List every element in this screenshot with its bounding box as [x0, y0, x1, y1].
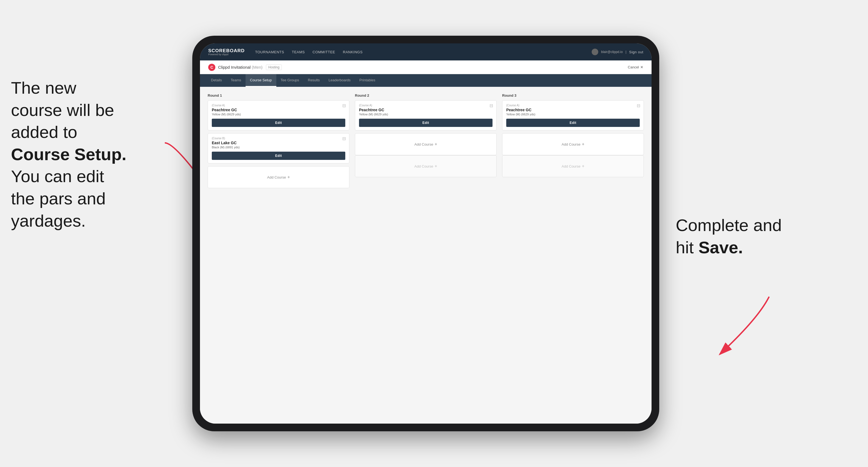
- tab-details[interactable]: Details: [207, 74, 226, 87]
- round-3-course-name: Peachtree GC: [506, 108, 640, 112]
- avatar: [592, 49, 598, 55]
- round-2-course-a-card: ⊟ (Course A) Peachtree GC Yellow (M) (66…: [355, 100, 497, 130]
- brand-name: SCOREBOARD: [208, 48, 245, 53]
- tab-teams[interactable]: Teams: [226, 74, 246, 87]
- round-1-course-b-tee: Black (M) (6891 yds): [212, 146, 345, 149]
- round-1-column: Round 1 ⊟ (Course A) Peachtree GC Yellow…: [208, 93, 349, 188]
- separator: |: [625, 50, 626, 54]
- tournament-name: Clippd Invitational (Men): [218, 65, 262, 69]
- close-icon: ✕: [640, 65, 643, 69]
- round-1-add-course-button[interactable]: Add Course +: [208, 166, 349, 188]
- round-3-add-course-disabled: Add Course +: [502, 155, 644, 177]
- round-3-edit-button[interactable]: Edit: [506, 119, 640, 127]
- tournament-header: C Clippd Invitational (Men) Hosting Canc…: [200, 60, 652, 74]
- brand-sub: Powered by clippd: [208, 53, 245, 56]
- round-2-column: Round 2 ⊟ (Course A) Peachtree GC Yellow…: [355, 93, 497, 188]
- nav-teams[interactable]: TEAMS: [292, 49, 305, 55]
- annotation-right: Complete and hit Save.: [676, 214, 835, 258]
- round-2-add-course-disabled: Add Course +: [355, 155, 497, 177]
- round-2-add-plus-icon: +: [435, 142, 437, 147]
- round-3-course-a-card: ⊟ (Course A) Peachtree GC Yellow (M) (66…: [502, 100, 644, 130]
- main-content: Round 1 ⊟ (Course A) Peachtree GC Yellow…: [200, 87, 652, 424]
- arrow-right: [698, 291, 775, 363]
- rounds-container: Round 1 ⊟ (Course A) Peachtree GC Yellow…: [208, 93, 644, 188]
- round-2-label: Round 2: [355, 93, 497, 97]
- round-1-course-a-name: Peachtree GC: [212, 108, 345, 112]
- round-1-label: Round 1: [208, 93, 349, 97]
- add-course-plus-icon: +: [287, 175, 290, 180]
- round-2-edit-button[interactable]: Edit: [359, 119, 493, 127]
- tab-tee-groups[interactable]: Tee Groups: [276, 74, 304, 87]
- nav-tournaments[interactable]: TOURNAMENTS: [255, 49, 284, 55]
- nav-committee[interactable]: COMMITTEE: [313, 49, 335, 55]
- round-2-delete-icon[interactable]: ⊟: [489, 103, 494, 108]
- round-3-add-course-button[interactable]: Add Course +: [502, 133, 644, 155]
- tablet-screen: SCOREBOARD Powered by clippd TOURNAMENTS…: [200, 43, 652, 424]
- tablet-device: SCOREBOARD Powered by clippd TOURNAMENTS…: [192, 36, 659, 431]
- round-3-column: Round 3 ⊟ (Course A) Peachtree GC Yellow…: [502, 93, 644, 188]
- tab-leaderboards[interactable]: Leaderboards: [324, 74, 355, 87]
- round-2-course-label: (Course A): [359, 104, 493, 107]
- round-1-course-b-card: ⊟ (Course B) East Lake GC Black (M) (689…: [208, 133, 349, 163]
- round-3-course-label: (Course A): [506, 104, 640, 107]
- delete-course-a-icon[interactable]: ⊟: [341, 103, 346, 108]
- round-3-course-tee: Yellow (M) (6629 yds): [506, 113, 640, 116]
- round-2-course-name: Peachtree GC: [359, 108, 493, 112]
- round-3-label: Round 3: [502, 93, 644, 97]
- tab-results[interactable]: Results: [304, 74, 324, 87]
- nav-links: TOURNAMENTS TEAMS COMMITTEE RANKINGS: [255, 49, 592, 55]
- round-1-course-b-name: East Lake GC: [212, 141, 345, 145]
- user-email: blair@clippd.io: [601, 50, 623, 54]
- cancel-button[interactable]: Cancel ✕: [628, 65, 643, 69]
- round-2-add-course-button[interactable]: Add Course +: [355, 133, 497, 155]
- tab-bar: Details Teams Course Setup Tee Groups Re…: [200, 74, 652, 87]
- round-1-course-b-edit-button[interactable]: Edit: [212, 152, 345, 160]
- round-1-course-a-tee: Yellow (M) (6629 yds): [212, 113, 345, 116]
- round-2-course-tee: Yellow (M) (6629 yds): [359, 113, 493, 116]
- round-3-delete-icon[interactable]: ⊟: [636, 103, 641, 108]
- round-1-course-a-card: ⊟ (Course A) Peachtree GC Yellow (M) (66…: [208, 100, 349, 130]
- round-3-add-plus-icon: +: [582, 142, 584, 147]
- course-b-label: (Course B): [212, 137, 345, 140]
- sign-out-link[interactable]: Sign out: [629, 49, 643, 55]
- round-1-course-a-edit-button[interactable]: Edit: [212, 119, 345, 127]
- course-a-label: (Course A): [212, 104, 345, 107]
- nav-bar: SCOREBOARD Powered by clippd TOURNAMENTS…: [200, 43, 652, 60]
- tournament-logo: C: [208, 64, 215, 71]
- nav-rankings[interactable]: RANKINGS: [343, 49, 363, 55]
- tab-course-setup[interactable]: Course Setup: [246, 74, 276, 87]
- tournament-status: Hosting: [266, 65, 282, 70]
- nav-right: blair@clippd.io | Sign out: [592, 49, 643, 55]
- tab-printables[interactable]: Printables: [355, 74, 380, 87]
- nav-logo: SCOREBOARD Powered by clippd: [208, 48, 247, 56]
- delete-course-b-icon[interactable]: ⊟: [341, 136, 346, 141]
